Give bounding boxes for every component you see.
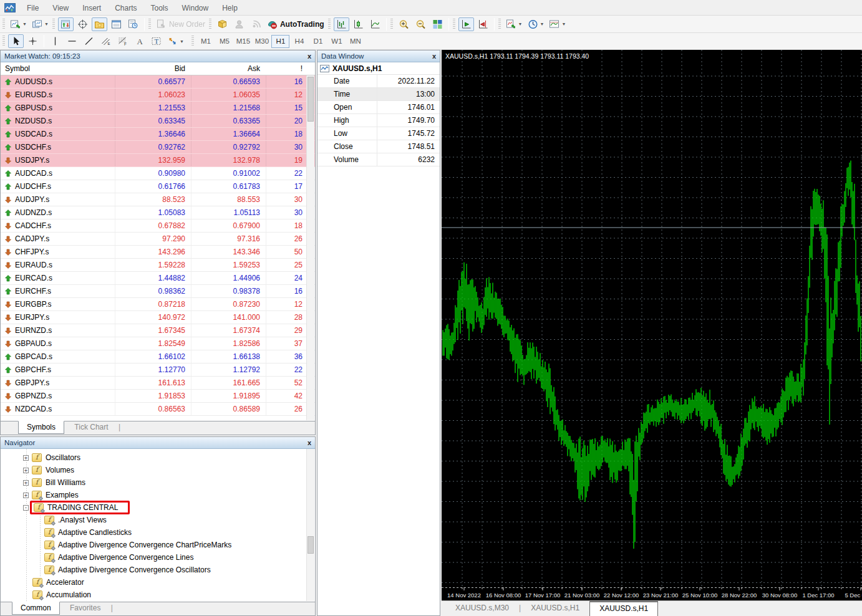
new-order-button[interactable]: New Order	[154, 17, 207, 31]
line-chart-button[interactable]	[367, 17, 383, 31]
tree-item-adaptive-divergence-convergence-oscillators[interactable]: fAdaptive Divergence Convergence Oscilla…	[1, 564, 315, 576]
tree-item-accumulation[interactable]: fAccumulation	[1, 589, 315, 601]
chart-window[interactable]: XAUUSD.s,H1 1793.11 1794.39 1793.11 1793…	[442, 50, 862, 616]
close-icon[interactable]: x	[308, 52, 311, 60]
data-window-row-low[interactable]: Low1745.72	[317, 127, 440, 140]
data-window-row-date[interactable]: Date2022.11.22	[317, 75, 440, 88]
vline-button[interactable]	[47, 34, 63, 48]
data-window-row-volume[interactable]: Volume6232	[317, 153, 440, 166]
price-chart[interactable]: XAUUSD.s,H1 1793.11 1794.39 1793.11 1793…	[442, 50, 862, 600]
autotrading-button[interactable]: AutoTrading	[265, 17, 326, 31]
market-watch-row-usdjpy.s[interactable]: USDJPY.s132.959132.97819	[1, 154, 315, 167]
market-watch-scrollbar[interactable]	[306, 75, 314, 420]
market-button[interactable]	[231, 17, 247, 31]
collapse-icon[interactable]: -	[23, 505, 29, 511]
timeframe-m1-button[interactable]: M1	[196, 35, 215, 48]
timeframe-m15-button[interactable]: M15	[234, 35, 252, 48]
toolbar-grip[interactable]	[2, 19, 5, 30]
timeframe-w1-button[interactable]: W1	[327, 35, 346, 48]
tile-windows-button[interactable]	[430, 17, 445, 31]
market-watch-row-usdcad.s[interactable]: USDCAD.s1.366461.3666418	[1, 128, 315, 141]
zoom-out-button[interactable]	[413, 17, 429, 31]
menu-charts[interactable]: Charts	[108, 2, 143, 14]
column-header-symbol[interactable]: Symbol	[1, 64, 115, 73]
timeframe-d1-button[interactable]: D1	[309, 35, 327, 48]
chart-tab-2[interactable]: XAUUSD.s,H1	[589, 601, 658, 616]
candlestick-button[interactable]	[351, 17, 366, 31]
cursor-button[interactable]	[8, 34, 24, 48]
toolbar-grip[interactable]	[52, 19, 55, 30]
text-label-button[interactable]: T	[148, 34, 164, 48]
chart-shift-button[interactable]	[475, 17, 491, 31]
market-watch-row-chfjpy.s[interactable]: CHFJPY.s143.296143.34650	[1, 246, 315, 259]
tree-item-examples[interactable]: +fExamples	[1, 489, 315, 501]
navigator-button[interactable]	[92, 17, 107, 31]
chart-tab-0[interactable]: XAUUSD.s,M30	[445, 601, 519, 615]
tree-item-volumes[interactable]: +fVolumes	[1, 464, 315, 476]
column-header-bid[interactable]: Bid	[115, 64, 191, 73]
tree-item-bill-williams[interactable]: +fBill Williams	[1, 476, 315, 489]
toolbar-grip[interactable]	[148, 19, 151, 30]
data-window-row-time[interactable]: Time13:00	[317, 88, 440, 101]
bar-chart-button[interactable]	[334, 17, 349, 31]
trendline-button[interactable]	[81, 34, 97, 48]
column-header-ask[interactable]: Ask	[191, 64, 266, 73]
tab-favorites[interactable]: Favorites	[62, 602, 109, 614]
data-window-row-close[interactable]: Close1748.51	[317, 140, 440, 153]
periods-button[interactable]: ▼	[526, 17, 546, 31]
dropdown-arrow-icon[interactable]: ▼	[44, 22, 49, 26]
market-watch-row-euraud.s[interactable]: EURAUD.s1.592281.5925325	[1, 259, 315, 272]
timeframe-mn-button[interactable]: MN	[346, 35, 364, 48]
data-window-row-open[interactable]: Open1746.01	[317, 101, 440, 114]
crosshair-button[interactable]	[25, 34, 41, 48]
market-watch-row-audchf.s[interactable]: AUDCHF.s0.617660.6178317	[1, 180, 315, 193]
indicators-button[interactable]: ▼	[504, 17, 525, 31]
fibonacci-button[interactable]: F	[115, 34, 130, 48]
market-watch-row-eurchf.s[interactable]: EURCHF.s0.983620.9837816	[1, 285, 315, 298]
dropdown-arrow-icon[interactable]: ▼	[518, 22, 523, 26]
market-watch-row-gbpcad.s[interactable]: GBPCAD.s1.661021.6613836	[1, 350, 315, 363]
profiles-button[interactable]: ▼	[30, 17, 51, 31]
zoom-in-button[interactable]	[396, 17, 412, 31]
toolbar-grip[interactable]	[328, 19, 331, 30]
market-watch-row-eurgbp.s[interactable]: EURGBP.s0.872180.8723012	[1, 298, 315, 311]
market-watch-row-nzdcad.s[interactable]: NZDCAD.s0.865630.8658926	[1, 403, 315, 416]
timeframe-h4-button[interactable]: H4	[290, 35, 308, 48]
tree-item-accelerator[interactable]: fAccelerator	[1, 576, 315, 589]
timeframe-m30-button[interactable]: M30	[253, 35, 271, 48]
toolbar-grip[interactable]	[191, 36, 194, 47]
menu-file[interactable]: File	[20, 2, 46, 14]
menu-help[interactable]: Help	[215, 2, 245, 14]
close-icon[interactable]: x	[432, 52, 436, 60]
signals-button[interactable]	[248, 17, 264, 31]
arrows-button[interactable]: ▼	[165, 34, 186, 48]
channel-button[interactable]: E	[98, 34, 114, 48]
text-button[interactable]: A	[132, 34, 147, 48]
tree-item-adaptive-candlesticks[interactable]: fAdaptive Candlesticks	[1, 526, 315, 539]
market-watch-row-audusd.s[interactable]: AUDUSD.s0.665770.6659316	[1, 75, 315, 89]
toolbar-grip[interactable]	[453, 19, 455, 30]
expand-icon[interactable]: +	[23, 480, 29, 486]
market-watch-row-cadchf.s[interactable]: CADCHF.s0.678820.6790018	[1, 219, 315, 233]
new-chart-button[interactable]: ▼	[8, 17, 29, 31]
market-watch-row-nzdusd.s[interactable]: NZDUSD.s0.633450.6336520	[1, 115, 315, 128]
market-watch-row-gbpaud.s[interactable]: GBPAUD.s1.825491.8258637	[1, 337, 315, 350]
navigator-scrollbar[interactable]	[306, 449, 314, 601]
tree-item--analyst-views[interactable]: f.Analyst Views	[1, 514, 315, 526]
scrollbar-thumb[interactable]	[308, 536, 314, 554]
dropdown-arrow-icon[interactable]: ▼	[22, 22, 27, 26]
market-watch-row-gbpnzd.s[interactable]: GBPNZD.s1.918531.9189542	[1, 390, 315, 403]
menu-tools[interactable]: Tools	[144, 2, 175, 14]
expand-icon[interactable]: +	[23, 493, 29, 498]
tab-common[interactable]: Common	[12, 602, 60, 615]
tree-item-trading-central[interactable]: -fTRADING CENTRAL	[1, 501, 315, 514]
close-icon[interactable]: x	[308, 439, 311, 446]
market-watch-row-eurnzd.s[interactable]: EURNZD.s1.673451.6737429	[1, 324, 315, 337]
templates-button[interactable]: ▼	[547, 17, 568, 31]
menu-insert[interactable]: Insert	[75, 2, 108, 14]
market-watch-row-audnzd.s[interactable]: AUDNZD.s1.050831.0511330	[1, 206, 315, 219]
toolbar-grip[interactable]	[390, 19, 393, 30]
market-watch-row-cadjpy.s[interactable]: CADJPY.s97.29097.31626	[1, 233, 315, 246]
data-window-row-high[interactable]: High1749.70	[317, 114, 440, 127]
auto-scroll-button[interactable]	[458, 17, 474, 31]
